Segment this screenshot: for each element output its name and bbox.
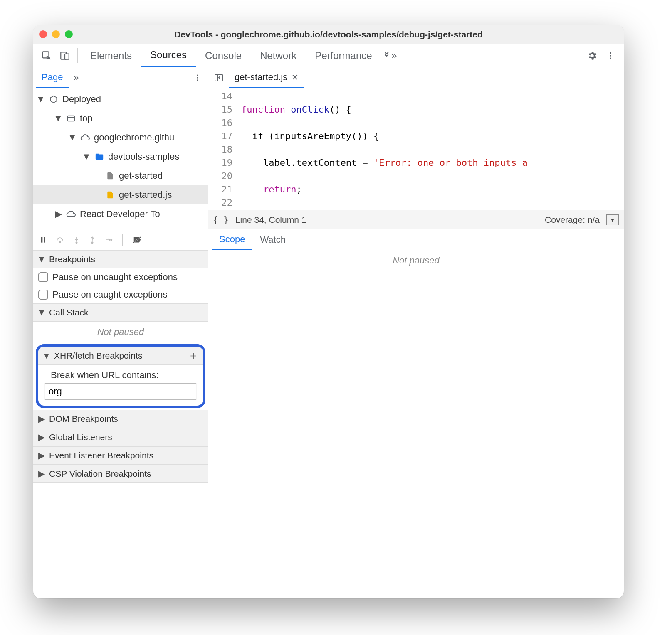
xhr-breakpoints-highlight: ▼XHR/fetch Breakpoints ＋ Break when URL … xyxy=(36,344,205,408)
svg-point-5 xyxy=(610,57,611,59)
scope-tabs: Scope Watch xyxy=(208,229,624,250)
pretty-print-icon[interactable]: { } xyxy=(213,215,229,225)
xhr-url-label: Break when URL contains: xyxy=(45,368,196,383)
settings-icon[interactable] xyxy=(583,44,601,67)
window-icon xyxy=(66,113,77,124)
js-file-icon xyxy=(105,190,116,200)
nav-tab-page[interactable]: Page xyxy=(36,67,69,88)
section-dom-breakpoints[interactable]: ▶DOM Breakpoints xyxy=(33,410,208,428)
pause-icon[interactable] xyxy=(39,236,47,244)
add-xhr-breakpoint-icon[interactable]: ＋ xyxy=(188,348,199,363)
xhr-breakpoint-body: Break when URL contains: xyxy=(38,365,203,406)
tree-label: get-started.js xyxy=(119,190,172,200)
nav-kebab-icon[interactable] xyxy=(190,67,205,88)
svg-rect-2 xyxy=(65,54,69,59)
scope-not-paused: Not paused xyxy=(208,250,624,271)
more-tabs-icon[interactable]: » xyxy=(381,44,398,67)
svg-rect-9 xyxy=(68,116,75,121)
folder-icon xyxy=(94,151,105,162)
tree-file-js[interactable]: get-started.js xyxy=(33,185,208,204)
tree-label: Deployed xyxy=(62,94,101,105)
divider xyxy=(77,48,78,63)
minimize-window-button[interactable] xyxy=(52,30,60,38)
pause-uncaught-checkbox[interactable]: Pause on uncaught exceptions xyxy=(33,268,208,286)
section-callstack[interactable]: ▼Call Stack xyxy=(33,303,208,322)
code-area[interactable]: 141516 171819 202122 function onClick() … xyxy=(208,88,624,210)
devtools-window: DevTools - googlechrome.github.io/devtoo… xyxy=(33,25,624,598)
navigator-pane: Page » ▼ Deployed ▼ xyxy=(33,67,208,229)
svg-point-8 xyxy=(197,79,198,81)
content-area: Page » ▼ Deployed ▼ xyxy=(33,67,624,598)
file-icon xyxy=(105,170,116,181)
tree-file-html[interactable]: get-started xyxy=(33,166,208,185)
step-icon[interactable] xyxy=(104,236,113,244)
xhr-url-input[interactable] xyxy=(45,383,196,400)
cloud-icon xyxy=(80,132,91,143)
tree-deployed[interactable]: ▼ Deployed xyxy=(33,90,208,109)
svg-point-3 xyxy=(610,52,611,54)
coverage-label: Coverage: n/a xyxy=(545,215,600,225)
checkbox-icon[interactable] xyxy=(38,272,48,282)
tab-network[interactable]: Network xyxy=(251,44,306,67)
inspect-element-icon[interactable] xyxy=(37,44,56,67)
device-toolbar-icon[interactable] xyxy=(56,44,74,67)
step-out-icon[interactable] xyxy=(88,236,96,244)
cursor-position: Line 34, Column 1 xyxy=(235,215,306,225)
tab-scope[interactable]: Scope xyxy=(212,229,252,250)
section-xhr-breakpoints[interactable]: ▼XHR/fetch Breakpoints ＋ xyxy=(38,347,203,365)
tab-watch[interactable]: Watch xyxy=(252,229,293,250)
section-global-listeners[interactable]: ▶Global Listeners xyxy=(33,428,208,446)
editor-tab-label: get-started.js xyxy=(235,72,287,83)
deactivate-breakpoints-icon[interactable] xyxy=(132,235,143,244)
tree-label: get-started xyxy=(119,170,163,181)
checkbox-icon[interactable] xyxy=(38,290,48,300)
tab-elements[interactable]: Elements xyxy=(81,44,141,67)
scope-pane: Scope Watch Not paused xyxy=(208,229,624,598)
toggle-navigator-icon[interactable] xyxy=(210,67,227,88)
tree-top[interactable]: ▼ top xyxy=(33,109,208,128)
svg-point-16 xyxy=(76,242,77,243)
tree-label: top xyxy=(80,113,93,124)
callstack-not-paused: Not paused xyxy=(33,322,208,342)
main-tabstrip: Elements Sources Console Network Perform… xyxy=(33,44,624,67)
close-window-button[interactable] xyxy=(39,30,47,38)
step-into-icon[interactable] xyxy=(72,236,81,244)
section-event-listener-breakpoints[interactable]: ▶Event Listener Breakpoints xyxy=(33,446,208,465)
pause-caught-checkbox[interactable]: Pause on caught exceptions xyxy=(33,286,208,303)
navigator-tabs: Page » xyxy=(33,67,208,88)
editor-tab-file[interactable]: get-started.js ✕ xyxy=(229,67,304,88)
tree-origin[interactable]: ▼ googlechrome.githu xyxy=(33,128,208,147)
line-gutter: 141516 171819 202122 xyxy=(208,88,237,210)
section-csp-breakpoints[interactable]: ▶CSP Violation Breakpoints xyxy=(33,465,208,483)
tab-sources[interactable]: Sources xyxy=(141,44,196,67)
svg-rect-13 xyxy=(41,237,42,242)
kebab-menu-icon[interactable] xyxy=(601,44,620,67)
editor-pane: get-started.js ✕ 141516 171819 202122 fu… xyxy=(208,67,624,229)
cloud-icon xyxy=(66,209,77,219)
tab-console[interactable]: Console xyxy=(196,44,251,67)
tab-performance[interactable]: Performance xyxy=(306,44,381,67)
tree-extension[interactable]: ▶ React Developer To xyxy=(33,204,208,224)
debugger-panels: ▼Breakpoints Pause on uncaught exception… xyxy=(33,250,208,598)
svg-point-15 xyxy=(59,241,60,242)
zoom-window-button[interactable] xyxy=(65,30,73,38)
section-breakpoints[interactable]: ▼Breakpoints xyxy=(33,250,208,268)
window-title: DevTools - googlechrome.github.io/devtoo… xyxy=(33,30,624,39)
svg-rect-14 xyxy=(44,237,45,242)
nav-more-tabs-icon[interactable]: » xyxy=(69,67,84,88)
svg-point-18 xyxy=(111,239,112,240)
debugger-pane: ▼Breakpoints Pause on uncaught exception… xyxy=(33,229,208,598)
tree-folder[interactable]: ▼ devtools-samples xyxy=(33,147,208,166)
close-tab-icon[interactable]: ✕ xyxy=(292,72,299,82)
cube-icon xyxy=(48,94,59,105)
coverage-dropdown-icon[interactable]: ▼ xyxy=(606,214,619,225)
code-lines: function onClick() { if (inputsAreEmpty(… xyxy=(237,88,528,210)
svg-point-4 xyxy=(610,55,611,57)
tree-label: devtools-samples xyxy=(108,151,179,162)
file-tree: ▼ Deployed ▼ top ▼ xyxy=(33,88,208,229)
tree-label: React Developer To xyxy=(80,209,160,219)
svg-point-6 xyxy=(197,74,198,76)
step-over-icon[interactable] xyxy=(55,236,65,244)
titlebar: DevTools - googlechrome.github.io/devtoo… xyxy=(33,25,624,44)
scope-body: Not paused xyxy=(208,250,624,598)
